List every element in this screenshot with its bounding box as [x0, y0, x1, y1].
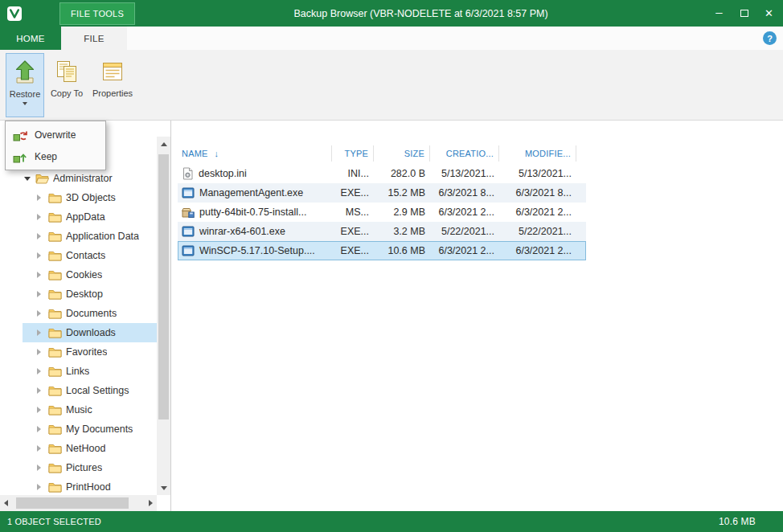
- tree-item-pictures[interactable]: Pictures: [23, 458, 157, 477]
- scroll-left-icon[interactable]: [4, 500, 8, 506]
- tree-item-application-data[interactable]: Application Data: [23, 227, 157, 246]
- file-name: desktop.ini: [199, 168, 247, 179]
- close-icon: ✕: [765, 7, 773, 19]
- file-type: MS...: [332, 207, 374, 218]
- expand-icon[interactable]: [37, 426, 47, 432]
- expand-icon[interactable]: [37, 387, 47, 394]
- column-header-label: CREATIO...: [446, 149, 494, 158]
- maximize-button[interactable]: [732, 0, 756, 27]
- minimize-button[interactable]: –: [707, 0, 732, 27]
- file-list-body: desktop.iniINI...282.0 B5/13/2021...5/13…: [178, 164, 586, 260]
- window-title: Backup Browser (VBR-NODELETE at 6/3/2021…: [135, 8, 707, 19]
- scroll-down-icon[interactable]: [161, 486, 167, 490]
- file-row-winrar-x64-601-exe[interactable]: winrar-x64-601.exeEXE...3.2 MB5/22/2021.…: [178, 222, 586, 241]
- column-header-modified[interactable]: MODIFIE...: [499, 145, 576, 162]
- tree-item-my-documents[interactable]: My Documents: [23, 419, 157, 439]
- column-header-name[interactable]: NAME↓: [178, 145, 332, 162]
- expand-icon[interactable]: [37, 484, 47, 490]
- restore-icon: [12, 59, 38, 88]
- tab-file[interactable]: FILE: [61, 27, 127, 50]
- scroll-right-icon[interactable]: [149, 500, 153, 506]
- folder-icon: [48, 269, 62, 280]
- file-name-cell: WinSCP-5.17.10-Setup....: [178, 244, 332, 257]
- tree-item-label: Downloads: [66, 327, 116, 338]
- file-row-putty-64bit-0-75-install[interactable]: putty-64bit-0.75-install...MS...2.9 MB6/…: [178, 203, 586, 222]
- scroll-up-icon[interactable]: [161, 142, 167, 146]
- file-size: 15.2 MB: [374, 187, 430, 198]
- column-header-size[interactable]: SIZE: [374, 145, 430, 162]
- copy-to-button[interactable]: Copy To: [47, 53, 86, 117]
- file-created: 6/3/2021 2...: [430, 207, 499, 218]
- file-modified: 6/3/2021 2...: [499, 207, 576, 218]
- expand-icon[interactable]: [37, 329, 47, 336]
- file-created: 5/13/2021...: [430, 168, 499, 179]
- copy-to-button-label: Copy To: [51, 88, 83, 99]
- tree-item-documents[interactable]: Documents: [23, 304, 157, 323]
- tree-item-nethood[interactable]: NetHood: [23, 439, 157, 458]
- expand-icon[interactable]: [37, 368, 47, 374]
- expand-icon[interactable]: [37, 464, 47, 471]
- collapse-icon[interactable]: [24, 177, 35, 181]
- tree-item-music[interactable]: Music: [23, 400, 157, 419]
- file-size: 282.0 B: [374, 168, 430, 179]
- help-button[interactable]: ?: [763, 31, 777, 45]
- expand-icon[interactable]: [37, 272, 47, 278]
- tree-item-administrator[interactable]: Administrator: [23, 169, 157, 188]
- expand-icon[interactable]: [37, 194, 47, 201]
- expand-icon[interactable]: [37, 349, 47, 355]
- file-type: EXE...: [332, 187, 374, 198]
- expand-icon[interactable]: [37, 214, 47, 220]
- column-header-type[interactable]: TYPE: [332, 145, 374, 162]
- tree-item-cookies[interactable]: Cookies: [23, 265, 157, 284]
- tree-item-appdata[interactable]: AppData: [23, 207, 157, 227]
- restore-dropdown-menu: Overwrite Keep: [5, 121, 106, 170]
- close-button[interactable]: ✕: [756, 0, 781, 27]
- file-type: INI...: [332, 168, 374, 179]
- tree-item-3d-objects[interactable]: 3D Objects: [23, 188, 157, 207]
- file-row-desktop-ini[interactable]: desktop.iniINI...282.0 B5/13/2021...5/13…: [178, 164, 586, 183]
- expand-icon[interactable]: [37, 233, 47, 239]
- tree-horizontal-scrollbar[interactable]: [0, 495, 157, 511]
- menu-item-overwrite[interactable]: Overwrite: [7, 124, 104, 145]
- tree-item-label: Favorites: [66, 346, 107, 358]
- vertical-scrollbar-thumb[interactable]: [158, 154, 169, 419]
- expand-icon[interactable]: [37, 310, 47, 317]
- file-name-cell: ManagementAgent.exe: [178, 186, 332, 199]
- folder-icon: [48, 289, 62, 300]
- expand-icon[interactable]: [37, 252, 47, 259]
- folder-icon: [48, 404, 62, 415]
- tree-item-printhood[interactable]: PrintHood: [23, 477, 157, 495]
- menu-item-keep[interactable]: Keep: [7, 145, 104, 167]
- tree-item-label: AppData: [66, 211, 105, 223]
- folder-icon: [48, 385, 62, 396]
- file-row-winscp-5-17-10-setup[interactable]: WinSCP-5.17.10-Setup....EXE...10.6 MB6/3…: [178, 241, 586, 260]
- folder-open-icon: [35, 173, 49, 184]
- menu-item-label: Overwrite: [35, 129, 76, 141]
- column-header-created[interactable]: CREATIO...: [430, 145, 499, 162]
- tab-home[interactable]: HOME: [0, 27, 61, 50]
- tree-vertical-scrollbar[interactable]: [157, 137, 170, 495]
- titlebar: FILE TOOLS Backup Browser (VBR-NODELETE …: [0, 0, 783, 27]
- tree-item-local-settings[interactable]: Local Settings: [23, 381, 157, 400]
- file-row-managementagent-exe[interactable]: ManagementAgent.exeEXE...15.2 MB6/3/2021…: [178, 183, 586, 203]
- file-name-cell: putty-64bit-0.75-install...: [178, 206, 332, 219]
- tree-item-downloads[interactable]: Downloads: [23, 323, 157, 342]
- file-modified: 6/3/2021 2...: [499, 245, 576, 256]
- horizontal-scrollbar-thumb[interactable]: [16, 497, 129, 509]
- restore-keep-icon: [13, 150, 27, 163]
- expand-icon[interactable]: [37, 407, 47, 413]
- expand-icon[interactable]: [37, 291, 47, 297]
- folder-tree-panel: Administrator3D ObjectsAppDataApplicatio…: [0, 121, 171, 511]
- restore-button[interactable]: Restore: [6, 53, 44, 117]
- tree-item-label: Desktop: [66, 289, 103, 300]
- tree-item-contacts[interactable]: Contacts: [23, 246, 157, 265]
- status-total-size: 10.6 MB: [719, 516, 756, 527]
- properties-button[interactable]: Properties: [89, 53, 136, 117]
- tree-item-desktop[interactable]: Desktop: [23, 284, 157, 304]
- folder-icon: [48, 308, 62, 319]
- restore-button-label: Restore: [10, 89, 41, 100]
- tree-item-favorites[interactable]: Favorites: [23, 342, 157, 362]
- tree-item-links[interactable]: Links: [23, 362, 157, 381]
- file-created: 5/22/2021...: [430, 226, 499, 237]
- expand-icon[interactable]: [37, 445, 47, 452]
